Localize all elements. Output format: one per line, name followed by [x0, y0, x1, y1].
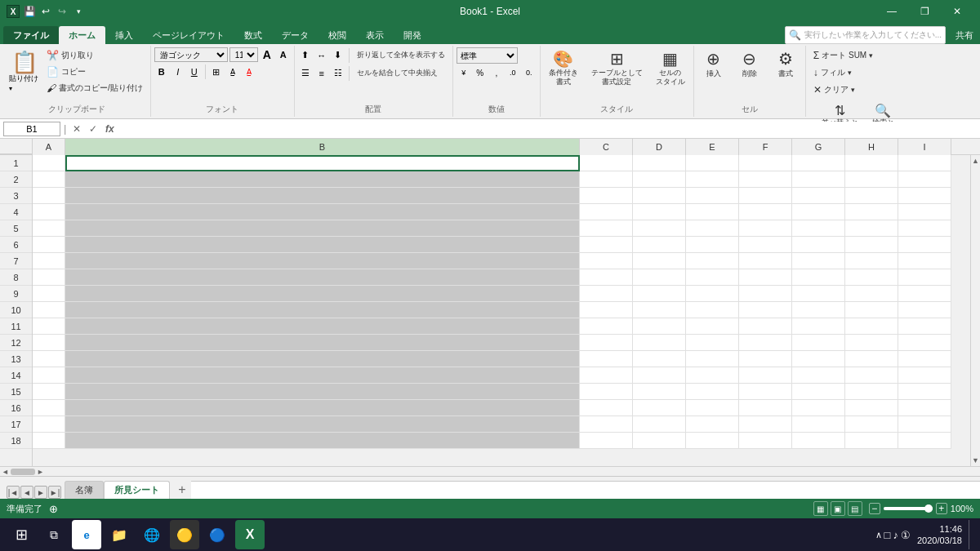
- cell-h13[interactable]: [845, 351, 898, 367]
- underline-button[interactable]: U: [187, 64, 202, 79]
- cell-f2[interactable]: [739, 171, 792, 188]
- cell-e10[interactable]: [686, 302, 739, 318]
- cell-c2[interactable]: [580, 171, 633, 188]
- insert-cells-button[interactable]: ⊕ 挿入: [697, 47, 730, 82]
- cell-d4[interactable]: [633, 204, 686, 220]
- zoom-plus-button[interactable]: +: [936, 503, 947, 514]
- cell-c18[interactable]: [580, 433, 633, 449]
- zoom-minus-button[interactable]: −: [869, 503, 880, 514]
- cell-d14[interactable]: [633, 367, 686, 384]
- cell-i18[interactable]: [898, 433, 951, 449]
- excel-taskbar-button[interactable]: X: [235, 520, 265, 549]
- cell-a6[interactable]: [33, 237, 65, 253]
- cell-d3[interactable]: [633, 188, 686, 204]
- cell-g10[interactable]: [792, 302, 845, 318]
- redo-icon[interactable]: ↪: [56, 5, 69, 18]
- col-header-g[interactable]: G: [792, 139, 845, 155]
- scroll-left-button[interactable]: ◄: [2, 468, 9, 476]
- cell-b4[interactable]: [65, 204, 580, 220]
- decrease-decimal-button[interactable]: 0.: [522, 65, 537, 80]
- zoom-slider[interactable]: [884, 507, 933, 510]
- page-break-view-button[interactable]: ▤: [848, 501, 862, 516]
- cell-i14[interactable]: [898, 367, 951, 384]
- cell-h4[interactable]: [845, 204, 898, 220]
- cell-i6[interactable]: [898, 237, 951, 253]
- search-bar[interactable]: 🔍 実行したい作業を入力してください...: [785, 26, 946, 44]
- cell-b11[interactable]: [65, 318, 580, 335]
- restore-button[interactable]: ❐: [908, 0, 941, 23]
- merge-center-button[interactable]: セルを結合して中央揃え: [353, 65, 442, 81]
- col-header-i[interactable]: I: [898, 139, 951, 155]
- cell-c17[interactable]: [580, 416, 633, 433]
- cell-f18[interactable]: [739, 433, 792, 449]
- tray-icon-2[interactable]: ♪: [893, 529, 898, 541]
- tray-icon-1[interactable]: □: [884, 529, 891, 541]
- align-middle-button[interactable]: ↔: [314, 48, 329, 63]
- cell-d5[interactable]: [633, 220, 686, 237]
- align-right-button[interactable]: ☷: [331, 66, 345, 81]
- row-num-4[interactable]: 4: [0, 204, 32, 220]
- folder-button[interactable]: 📁: [105, 520, 134, 549]
- bold-button[interactable]: B: [154, 64, 169, 79]
- clear-button[interactable]: ✕ クリア ▾: [809, 82, 859, 98]
- cell-f4[interactable]: [739, 204, 792, 220]
- cell-f12[interactable]: [739, 335, 792, 351]
- normal-view-button[interactable]: ▦: [813, 501, 828, 516]
- cell-f17[interactable]: [739, 416, 792, 433]
- zoom-slider-thumb[interactable]: [924, 504, 933, 513]
- task-view-button[interactable]: ⧉: [39, 520, 69, 549]
- sheet-tab-shoken[interactable]: 所見シート: [104, 481, 170, 499]
- italic-button[interactable]: I: [171, 64, 185, 79]
- cell-d10[interactable]: [633, 302, 686, 318]
- cell-i5[interactable]: [898, 220, 951, 237]
- cell-h9[interactable]: [845, 286, 898, 302]
- cell-i4[interactable]: [898, 204, 951, 220]
- cell-d17[interactable]: [633, 416, 686, 433]
- row-num-2[interactable]: 2: [0, 171, 32, 188]
- cell-h2[interactable]: [845, 171, 898, 188]
- cell-b13[interactable]: [65, 351, 580, 367]
- increase-decimal-button[interactable]: .0: [506, 65, 520, 80]
- cell-g6[interactable]: [792, 237, 845, 253]
- cell-c6[interactable]: [580, 237, 633, 253]
- cell-b9[interactable]: [65, 286, 580, 302]
- cell-c1[interactable]: [580, 155, 633, 171]
- cell-i16[interactable]: [898, 400, 951, 416]
- cell-f15[interactable]: [739, 384, 792, 400]
- cell-e4[interactable]: [686, 204, 739, 220]
- cell-e13[interactable]: [686, 351, 739, 367]
- cell-g1[interactable]: [792, 155, 845, 171]
- cell-h10[interactable]: [845, 302, 898, 318]
- app-yellow-button[interactable]: 🟡: [170, 520, 199, 549]
- cell-b1[interactable]: [65, 155, 580, 171]
- cell-c9[interactable]: [580, 286, 633, 302]
- cell-g8[interactable]: [792, 269, 845, 286]
- cell-c16[interactable]: [580, 400, 633, 416]
- cell-c10[interactable]: [580, 302, 633, 318]
- col-header-f[interactable]: F: [739, 139, 792, 155]
- cell-a12[interactable]: [33, 335, 65, 351]
- align-bottom-button[interactable]: ⬇: [331, 48, 345, 63]
- start-button[interactable]: ⊞: [7, 520, 36, 549]
- align-top-button[interactable]: ⬆: [298, 48, 313, 63]
- col-header-b[interactable]: B: [65, 139, 580, 155]
- cell-f6[interactable]: [739, 237, 792, 253]
- cell-d15[interactable]: [633, 384, 686, 400]
- cell-i12[interactable]: [898, 335, 951, 351]
- cell-b14[interactable]: [65, 367, 580, 384]
- cell-f14[interactable]: [739, 367, 792, 384]
- cell-e15[interactable]: [686, 384, 739, 400]
- cell-e2[interactable]: [686, 171, 739, 188]
- format-as-table-button[interactable]: ⊞ テーブルとして書式設定: [586, 47, 648, 90]
- page-layout-view-button[interactable]: ▣: [831, 501, 845, 516]
- align-center-button[interactable]: ≡: [314, 66, 329, 81]
- tab-review[interactable]: 校閲: [318, 26, 356, 44]
- cell-f1[interactable]: [739, 155, 792, 171]
- name-box[interactable]: [3, 122, 60, 136]
- cell-h3[interactable]: [845, 188, 898, 204]
- row-num-17[interactable]: 17: [0, 416, 32, 433]
- customize-qs-icon[interactable]: ▾: [72, 5, 85, 18]
- add-sheet-button[interactable]: +: [173, 481, 191, 499]
- col-header-e[interactable]: E: [686, 139, 739, 155]
- cell-b5[interactable]: [65, 220, 580, 237]
